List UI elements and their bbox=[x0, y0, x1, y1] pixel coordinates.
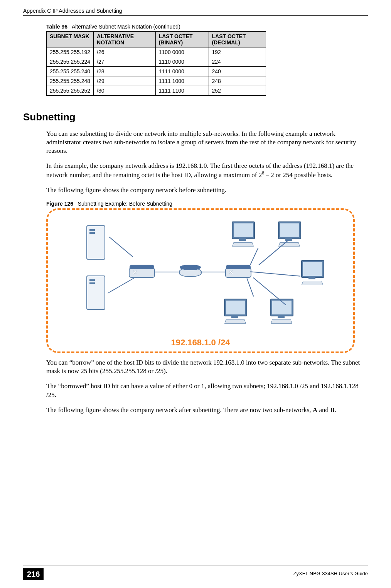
th-alt-notation: ALTERNATIVE NOTATION bbox=[94, 32, 156, 47]
wire bbox=[258, 240, 288, 265]
cell: 248 bbox=[209, 76, 266, 86]
figure-title: Subnetting Example: Before Subnetting bbox=[78, 201, 172, 207]
cell: 240 bbox=[209, 67, 266, 76]
text: The following figure shows the company n… bbox=[46, 406, 313, 414]
cell: 255.255.255.248 bbox=[47, 76, 94, 86]
cell: 224 bbox=[209, 57, 266, 67]
paragraph: You can use subnetting to divide one net… bbox=[46, 130, 368, 155]
table-row: 255.255.255.240 /28 1111 0000 240 bbox=[47, 67, 266, 76]
text: . bbox=[335, 406, 336, 414]
wire bbox=[247, 278, 254, 297]
cell: /30 bbox=[94, 86, 156, 96]
server-icon bbox=[83, 275, 110, 314]
guide-name: ZyXEL NBG-334SH User’s Guide bbox=[293, 571, 368, 576]
cell: 255.255.255.192 bbox=[47, 47, 94, 57]
server-icon bbox=[83, 225, 110, 264]
pc-icon bbox=[229, 221, 256, 248]
switch-icon: ✕ bbox=[129, 268, 155, 278]
paragraph: You can “borrow” one of the host ID bits… bbox=[46, 358, 368, 375]
pc-icon bbox=[221, 299, 248, 326]
page-header: Appendix C IP Addresses and Subnetting bbox=[23, 8, 368, 16]
th-last-binary: LAST OCTET (BINARY) bbox=[155, 32, 209, 47]
cell: 1110 0000 bbox=[155, 57, 209, 67]
wire bbox=[200, 272, 225, 272]
router-icon bbox=[179, 268, 202, 277]
paragraph: The “borrowed” host ID bit can have a va… bbox=[46, 382, 368, 399]
cell: 1111 1000 bbox=[155, 76, 209, 86]
figure-number: Figure 126 bbox=[46, 201, 73, 207]
wire bbox=[109, 237, 133, 257]
table-number: Table 96 bbox=[46, 24, 67, 30]
page-footer: 216 ZyXEL NBG-334SH User’s Guide bbox=[23, 566, 368, 580]
cell: 255.255.255.224 bbox=[47, 57, 94, 67]
wire bbox=[250, 272, 300, 277]
cell: 1100 0000 bbox=[155, 47, 209, 57]
network-address-label: 192.168.1.0 /24 bbox=[171, 338, 230, 348]
table-row: 255.255.255.224 /27 1110 0000 224 bbox=[47, 57, 266, 67]
wire bbox=[154, 272, 179, 272]
switch-icon: ✕ bbox=[225, 268, 251, 278]
paragraph: The following figure shows the company n… bbox=[46, 186, 368, 194]
table-caption: Table 96 Alternative Subnet Mask Notatio… bbox=[46, 24, 368, 30]
table-header-row: SUBNET MASK ALTERNATIVE NOTATION LAST OC… bbox=[47, 32, 266, 47]
cell: 1111 0000 bbox=[155, 67, 209, 76]
bold-text: A bbox=[313, 406, 317, 414]
th-subnet-mask: SUBNET MASK bbox=[47, 32, 94, 47]
section-heading: Subnetting bbox=[23, 111, 368, 123]
wire bbox=[108, 277, 135, 294]
pc-icon bbox=[275, 221, 302, 248]
text: and bbox=[317, 406, 330, 414]
wire bbox=[250, 248, 259, 265]
cell: /27 bbox=[94, 57, 156, 67]
network-diagram: ✕ ✕ 192.168.1.0 /24 bbox=[46, 208, 355, 353]
cell: /28 bbox=[94, 67, 156, 76]
page-number: 216 bbox=[23, 568, 44, 580]
table-row: 255.255.255.252 /30 1111 1100 252 bbox=[47, 86, 266, 96]
bold-text: B bbox=[330, 406, 334, 414]
figure-caption: Figure 126 Subnetting Example: Before Su… bbox=[46, 201, 368, 207]
table-row: 255.255.255.248 /29 1111 1000 248 bbox=[47, 76, 266, 86]
text: – 2 or 254 possible hosts. bbox=[264, 171, 332, 179]
cell: 255.255.255.240 bbox=[47, 67, 94, 76]
table-row: 255.255.255.192 /26 1100 0000 192 bbox=[47, 47, 266, 57]
cell: /29 bbox=[94, 76, 156, 86]
cell: 192 bbox=[209, 47, 266, 57]
pc-icon bbox=[298, 260, 325, 287]
table-title: Alternative Subnet Mask Notation (contin… bbox=[72, 24, 180, 30]
cell: 1111 1100 bbox=[155, 86, 209, 96]
cell: /26 bbox=[94, 47, 156, 57]
pc-icon bbox=[268, 299, 295, 326]
subnet-table: SUBNET MASK ALTERNATIVE NOTATION LAST OC… bbox=[46, 31, 266, 96]
paragraph: The following figure shows the company n… bbox=[46, 406, 368, 414]
paragraph: In this example, the company network add… bbox=[46, 162, 368, 179]
cell: 255.255.255.252 bbox=[47, 86, 94, 96]
cell: 252 bbox=[209, 86, 266, 96]
th-last-decimal: LAST OCTET (DECIMAL) bbox=[209, 32, 266, 47]
